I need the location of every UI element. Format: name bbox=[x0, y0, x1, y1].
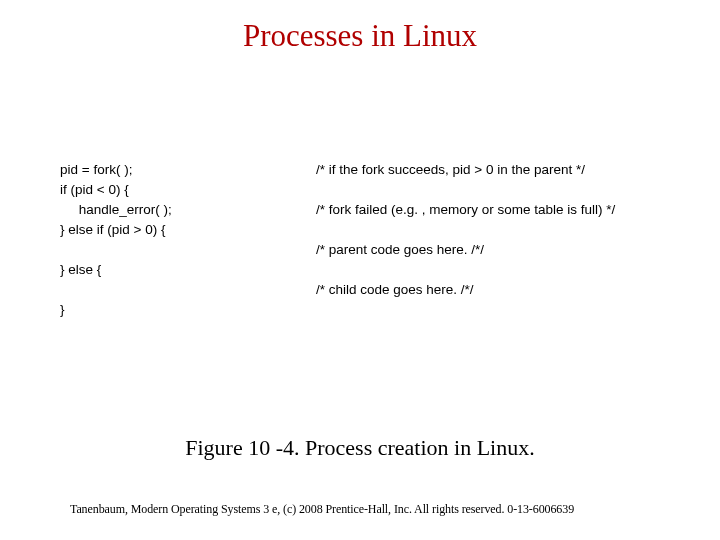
code-left bbox=[60, 240, 316, 260]
code-left: } else if (pid > 0) { bbox=[60, 220, 316, 240]
code-row: } else { bbox=[60, 260, 615, 280]
code-row: } bbox=[60, 300, 615, 320]
code-comment: /* parent code goes here. /*/ bbox=[316, 240, 484, 260]
code-row: } else if (pid > 0) { bbox=[60, 220, 615, 240]
code-row: handle_error( ); /* fork failed (e.g. , … bbox=[60, 200, 615, 220]
code-row: /* parent code goes here. /*/ bbox=[60, 240, 615, 260]
code-left bbox=[60, 280, 316, 300]
code-left: } else { bbox=[60, 260, 316, 280]
code-left: if (pid < 0) { bbox=[60, 180, 316, 200]
code-row: /* child code goes here. /*/ bbox=[60, 280, 615, 300]
slide: Processes in Linux pid = fork( ); /* if … bbox=[0, 0, 720, 540]
code-left: pid = fork( ); bbox=[60, 160, 316, 180]
code-figure: pid = fork( ); /* if the fork succeeds, … bbox=[60, 160, 615, 320]
code-comment: /* child code goes here. /*/ bbox=[316, 280, 474, 300]
code-left: handle_error( ); bbox=[60, 200, 316, 220]
code-comment: /* fork failed (e.g. , memory or some ta… bbox=[316, 200, 615, 220]
code-left: } bbox=[60, 300, 316, 320]
copyright-footer: Tanenbaum, Modern Operating Systems 3 e,… bbox=[70, 502, 574, 517]
code-row: if (pid < 0) { bbox=[60, 180, 615, 200]
code-comment: /* if the fork succeeds, pid > 0 in the … bbox=[316, 160, 585, 180]
figure-caption: Figure 10 -4. Process creation in Linux. bbox=[0, 435, 720, 461]
slide-title: Processes in Linux bbox=[0, 18, 720, 54]
code-row: pid = fork( ); /* if the fork succeeds, … bbox=[60, 160, 615, 180]
